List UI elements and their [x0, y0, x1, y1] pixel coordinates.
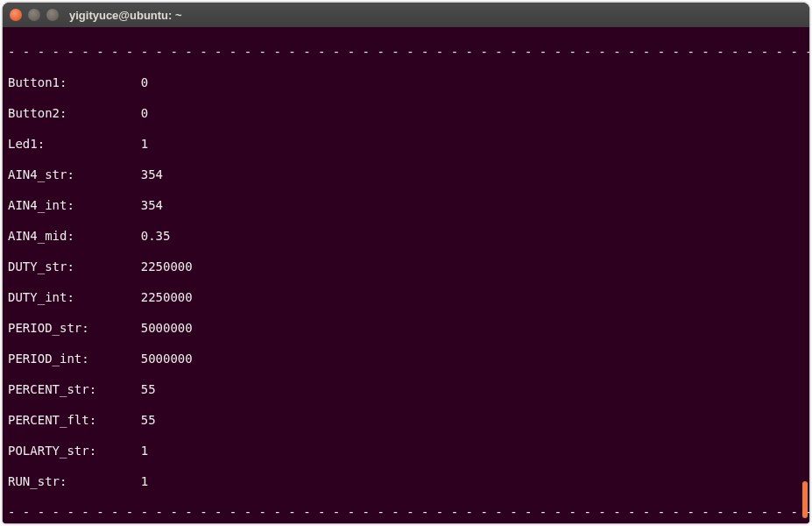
window-title: yigityuce@ubuntu: ~	[69, 9, 182, 22]
separator-line: - - - - - - - - - - - - - - - - - - - - …	[8, 45, 804, 60]
output-label: PERCENT_flt:	[8, 413, 141, 429]
output-value: 5000000	[141, 321, 193, 337]
output-row: PERIOD_int:5000000	[8, 352, 804, 367]
output-value: 55	[141, 413, 156, 429]
output-value: 0	[141, 75, 148, 91]
output-label: DUTY_int:	[8, 290, 141, 306]
output-row: AIN4_str:354	[8, 167, 804, 183]
output-label: PERCENT_str:	[8, 382, 141, 398]
output-row: AIN4_mid:0.35	[8, 229, 804, 245]
output-row: Led1:1	[8, 137, 804, 153]
terminal-window: yigityuce@ubuntu: ~ - - - - - - - - - - …	[3, 3, 809, 523]
output-row: DUTY_int:2250000	[8, 290, 804, 306]
window-controls	[10, 9, 59, 21]
output-row: RUN_str:1	[8, 474, 804, 490]
output-row: Button1:0	[8, 75, 804, 91]
terminal-body[interactable]: - - - - - - - - - - - - - - - - - - - - …	[3, 27, 809, 523]
output-value: 354	[141, 198, 163, 214]
output-value: 5000000	[141, 352, 193, 367]
output-row: PERIOD_str:5000000	[8, 321, 804, 337]
output-value: 1	[141, 137, 148, 153]
output-label: AIN4_str:	[8, 167, 141, 183]
scrollbar-thumb[interactable]	[802, 481, 808, 518]
output-value: 2250000	[141, 290, 193, 306]
output-label: AIN4_mid:	[8, 229, 141, 245]
output-label: RUN_str:	[8, 474, 141, 490]
output-value: 0.35	[141, 229, 171, 245]
output-label: DUTY_str:	[8, 259, 141, 275]
output-value: 0	[141, 106, 148, 122]
maximize-icon[interactable]	[46, 9, 59, 21]
output-value: 55	[141, 382, 156, 398]
titlebar[interactable]: yigityuce@ubuntu: ~	[3, 3, 809, 27]
output-label: Button1:	[8, 75, 141, 91]
output-row: DUTY_str:2250000	[8, 259, 804, 275]
output-label: Led1:	[8, 137, 141, 153]
output-value: 1	[141, 444, 148, 459]
output-row: PERCENT_str:55	[8, 382, 804, 398]
output-value: 2250000	[141, 259, 193, 275]
output-value: 354	[141, 167, 163, 183]
output-row: AIN4_int:354	[8, 198, 804, 214]
output-label: Button2:	[8, 106, 141, 122]
separator-line: - - - - - - - - - - - - - - - - - - - - …	[8, 505, 804, 521]
output-value: 1	[141, 474, 148, 490]
output-row: Button2:0	[8, 106, 804, 122]
output-row: POLARTY_str:1	[8, 444, 804, 459]
close-icon[interactable]	[10, 9, 22, 21]
output-row: PERCENT_flt:55	[8, 413, 804, 429]
output-label: POLARTY_str:	[8, 444, 141, 459]
output-label: PERIOD_str:	[8, 321, 141, 337]
output-label: PERIOD_int:	[8, 352, 141, 367]
output-label: AIN4_int:	[8, 198, 141, 214]
minimize-icon[interactable]	[28, 9, 40, 21]
